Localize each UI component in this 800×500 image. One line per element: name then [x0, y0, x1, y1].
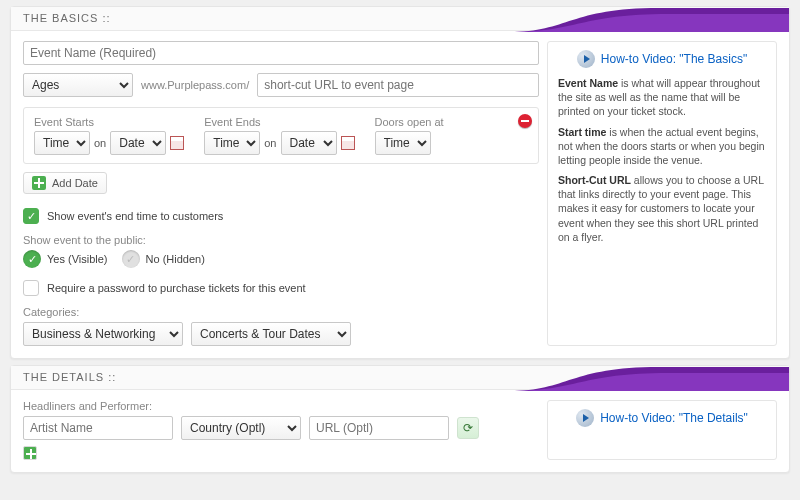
visibility-no-radio[interactable]: [122, 250, 140, 268]
require-password-checkbox[interactable]: [23, 280, 39, 296]
event-ends-label: Event Ends: [204, 116, 354, 128]
howto-basics-link[interactable]: How-to Video: "The Basics": [601, 51, 747, 67]
event-starts-label: Event Starts: [34, 116, 184, 128]
on-word-1: on: [94, 137, 106, 149]
visibility-yes-radio[interactable]: [23, 250, 41, 268]
event-name-input[interactable]: [23, 41, 539, 65]
artist-name-input[interactable]: [23, 416, 173, 440]
howto-details-link[interactable]: How-to Video: "The Details": [600, 410, 748, 426]
panel-basics-header: THE BASICS ::: [11, 7, 789, 31]
basics-help-box: How-to Video: "The Basics" Event Name is…: [547, 41, 777, 346]
visibility-no-label: No (Hidden): [146, 253, 205, 265]
help-starttime-term: Start time: [558, 126, 606, 138]
start-date-select[interactable]: Date: [110, 131, 166, 155]
require-password-label: Require a password to purchase tickets f…: [47, 282, 306, 294]
header-swoosh: [509, 6, 789, 32]
panel-details: THE DETAILS :: Headliners and Performer:…: [10, 365, 790, 473]
panel-basics-title: THE BASICS ::: [23, 12, 111, 24]
categories-label: Categories:: [23, 306, 539, 318]
add-performer-button[interactable]: [23, 446, 37, 460]
add-date-button[interactable]: Add Date: [23, 172, 107, 194]
calendar-icon[interactable]: [170, 136, 184, 150]
show-end-time-label: Show event's end time to customers: [47, 210, 223, 222]
ages-select[interactable]: Ages: [23, 73, 133, 97]
header-swoosh: [509, 365, 789, 391]
category-1-select[interactable]: Business & Networking: [23, 322, 183, 346]
doors-open-label: Doors open at: [375, 116, 444, 128]
performer-url-input[interactable]: [309, 416, 449, 440]
end-time-select[interactable]: Time: [204, 131, 260, 155]
show-end-time-checkbox[interactable]: [23, 208, 39, 224]
panel-basics: THE BASICS :: Ages www.Purplepass.com/: [10, 6, 790, 359]
country-select[interactable]: Country (Optl): [181, 416, 301, 440]
date-time-box: Event Starts Time on Date: [23, 107, 539, 164]
play-icon: [576, 409, 594, 427]
play-icon: [577, 50, 595, 68]
end-date-select[interactable]: Date: [281, 131, 337, 155]
panel-details-title: THE DETAILS ::: [23, 371, 116, 383]
panel-details-header: THE DETAILS ::: [11, 366, 789, 390]
headliners-label: Headliners and Performer:: [23, 400, 539, 412]
url-prefix-label: www.Purplepass.com/: [141, 79, 249, 91]
details-help-box: How-to Video: "The Details": [547, 400, 777, 460]
on-word-2: on: [264, 137, 276, 149]
remove-date-icon[interactable]: [518, 114, 532, 128]
plus-icon: [32, 176, 46, 190]
add-date-label: Add Date: [52, 177, 98, 189]
start-time-select[interactable]: Time: [34, 131, 90, 155]
help-shortcut-term: Short-Cut URL: [558, 174, 631, 186]
visibility-yes-label: Yes (Visible): [47, 253, 108, 265]
help-eventname-term: Event Name: [558, 77, 618, 89]
refresh-icon[interactable]: ⟳: [457, 417, 479, 439]
category-2-select[interactable]: Concerts & Tour Dates: [191, 322, 351, 346]
show-public-label: Show event to the public:: [23, 234, 539, 246]
doors-time-select[interactable]: Time: [375, 131, 431, 155]
shortcut-url-input[interactable]: [257, 73, 539, 97]
calendar-icon[interactable]: [341, 136, 355, 150]
